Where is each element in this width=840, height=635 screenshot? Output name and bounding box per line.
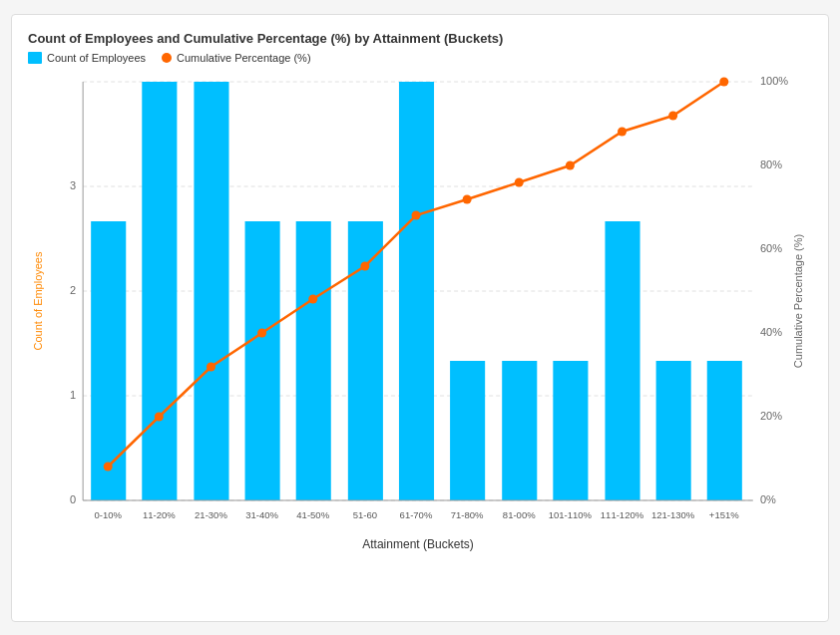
main-svg: 0 1 2 3 0% 20% 40% 60% 80% 100% Count of… <box>28 72 808 560</box>
svg-text:60%: 60% <box>760 242 782 254</box>
svg-text:111-120%: 111-120% <box>601 509 644 520</box>
svg-text:41-50%: 41-50% <box>296 509 329 520</box>
line-point-8 <box>515 177 524 186</box>
svg-text:121-130%: 121-130% <box>651 509 695 520</box>
svg-text:71-80%: 71-80% <box>451 509 484 520</box>
legend-bar-item: Count of Employees <box>28 52 146 64</box>
svg-text:31-40%: 31-40% <box>245 509 278 520</box>
line-point-4 <box>308 294 317 303</box>
svg-text:101-110%: 101-110% <box>549 509 593 520</box>
svg-text:Count of Employees: Count of Employees <box>32 251 44 350</box>
line-point-1 <box>155 412 164 421</box>
line-point-3 <box>257 328 266 337</box>
bar-0 <box>91 221 126 500</box>
line-point-7 <box>463 194 472 203</box>
svg-text:51-60: 51-60 <box>353 509 377 520</box>
svg-text:0%: 0% <box>760 493 776 505</box>
legend-line-item: Cumulative Percentage (%) <box>162 52 311 64</box>
legend-bar-color <box>28 52 42 64</box>
line-point-12 <box>719 77 728 86</box>
svg-text:11-20%: 11-20% <box>143 509 176 520</box>
bar-11 <box>656 361 691 500</box>
line-point-2 <box>207 362 215 371</box>
svg-text:61-70%: 61-70% <box>400 509 433 520</box>
bar-2 <box>194 82 228 500</box>
line-point-9 <box>566 160 575 169</box>
bar-9 <box>553 361 588 500</box>
svg-text:Attainment (Buckets): Attainment (Buckets) <box>362 537 474 551</box>
bar-12 <box>707 361 742 500</box>
svg-text:81-00%: 81-00% <box>503 509 536 520</box>
bar-8 <box>502 361 537 500</box>
svg-text:2: 2 <box>70 284 76 296</box>
chart-area: 0 1 2 3 0% 20% 40% 60% 80% 100% Count of… <box>28 72 808 560</box>
bar-3 <box>245 221 280 500</box>
bar-10 <box>605 221 639 500</box>
legend-line-color <box>162 53 172 63</box>
bar-1 <box>142 82 177 500</box>
line-point-11 <box>668 111 677 120</box>
svg-text:0-10%: 0-10% <box>94 509 122 520</box>
svg-text:100%: 100% <box>760 75 788 87</box>
svg-text:21-30%: 21-30% <box>195 509 227 520</box>
bar-6 <box>399 82 434 500</box>
svg-text:Cumulative Percentage (%): Cumulative Percentage (%) <box>792 233 804 367</box>
line-point-0 <box>104 462 113 471</box>
legend: Count of Employees Cumulative Percentage… <box>28 52 808 64</box>
legend-line-label: Cumulative Percentage (%) <box>177 52 311 64</box>
chart-title: Count of Employees and Cumulative Percen… <box>28 31 808 46</box>
chart-container: Count of Employees and Cumulative Percen… <box>11 14 829 622</box>
svg-text:3: 3 <box>70 179 76 191</box>
svg-text:40%: 40% <box>760 326 782 338</box>
line-point-5 <box>360 261 369 270</box>
bar-7 <box>450 361 485 500</box>
svg-text:0: 0 <box>70 493 76 505</box>
svg-text:20%: 20% <box>760 410 782 422</box>
line-point-10 <box>618 127 627 136</box>
bar-4 <box>296 221 331 500</box>
svg-text:+151%: +151% <box>709 509 739 520</box>
line-point-6 <box>411 210 420 219</box>
legend-bar-label: Count of Employees <box>47 52 146 64</box>
svg-text:1: 1 <box>70 389 76 401</box>
svg-text:80%: 80% <box>760 159 782 170</box>
